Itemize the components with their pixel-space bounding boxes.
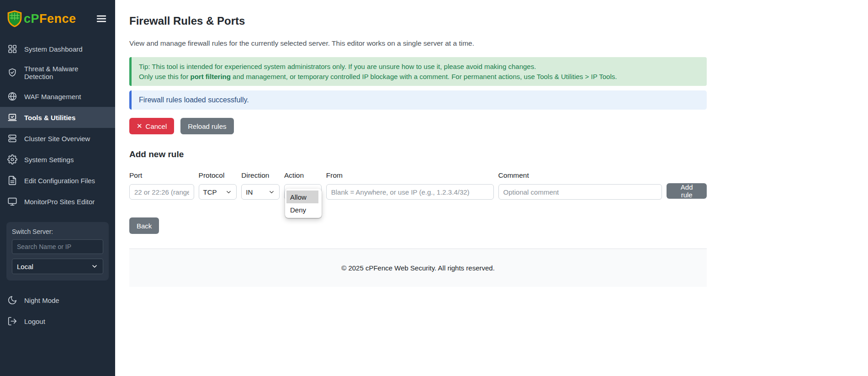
sidebar-item-edit-configuration-files[interactable]: Edit Configuration Files: [0, 170, 115, 191]
port-field-group: Port: [129, 171, 194, 200]
from-label: From: [326, 171, 494, 180]
add-rule-button[interactable]: Add rule: [667, 183, 707, 199]
add-new-rule-heading: Add new rule: [129, 149, 707, 159]
dropdown-option-deny[interactable]: Deny: [286, 203, 320, 216]
server-select[interactable]: Local: [12, 259, 103, 274]
chevron-down-icon: [225, 189, 232, 196]
gear-icon: [7, 154, 17, 164]
copyright-text: © 2025 cPFence Web Security. All rights …: [341, 264, 495, 272]
shield-check-icon: [7, 68, 17, 78]
sidebar-item-cluster-site-overview[interactable]: Cluster Site Overview: [0, 128, 115, 149]
comment-field-group: Comment: [498, 171, 662, 200]
sidebar-item-monitorpro-sites-editor[interactable]: MonitorPro Sites Editor: [0, 191, 115, 212]
logout-icon: [7, 316, 17, 326]
port-input[interactable]: [129, 184, 194, 200]
night-mode-toggle[interactable]: Night Mode: [0, 290, 115, 311]
sidebar-item-system-dashboard[interactable]: System Dashboard: [0, 38, 115, 59]
port-label: Port: [129, 171, 194, 180]
close-icon: ✕: [137, 122, 143, 130]
dashboard-grid-icon: [7, 44, 17, 54]
globe-icon: [7, 91, 17, 101]
action-field-group: Action Allow Allow Deny: [284, 171, 322, 200]
from-field-group: From: [326, 171, 494, 200]
menu-toggle-icon[interactable]: [96, 13, 107, 24]
tip-line-1: Tip: This tool is intended for experienc…: [139, 62, 699, 72]
protocol-select-value: TCP: [203, 188, 217, 196]
tip-alert: Tip: This tool is intended for experienc…: [129, 57, 707, 86]
chevron-down-icon: [91, 263, 98, 270]
action-buttons-row: ✕Cancel Reload rules: [129, 118, 707, 134]
page-title: Firewall Rules & Ports: [129, 15, 707, 27]
sidebar-item-label: System Dashboard: [24, 45, 83, 53]
logo[interactable]: cPFence: [6, 10, 76, 27]
logo-text: cPFence: [24, 12, 76, 26]
sidebar-header: cPFence: [0, 0, 115, 34]
shield-logo-icon: [6, 10, 23, 27]
footer: © 2025 cPFence Web Security. All rights …: [129, 249, 707, 287]
reload-rules-button[interactable]: Reload rules: [180, 118, 233, 134]
status-message: Firewall rules loaded successfully.: [139, 96, 249, 104]
from-input[interactable]: [326, 184, 494, 200]
logout-button[interactable]: Logout: [0, 311, 115, 332]
add-rule-button-col: Add rule: [667, 171, 707, 199]
protocol-label: Protocol: [199, 171, 237, 180]
direction-select[interactable]: IN: [241, 184, 280, 200]
sidebar-item-tools-utilities[interactable]: Tools & Utilities: [0, 107, 115, 128]
comment-label: Comment: [498, 171, 662, 180]
sidebar-item-label: Edit Configuration Files: [24, 177, 95, 185]
sidebar-item-label: Logout: [24, 318, 45, 325]
action-label: Action: [284, 171, 322, 180]
tip-line-2: Only use this for port filtering and man…: [139, 72, 699, 82]
sidebar-item-label: Night Mode: [24, 297, 59, 304]
direction-label: Direction: [241, 171, 280, 180]
sidebar-item-threat-malware-detection[interactable]: Threat & Malware Detection: [0, 59, 115, 86]
laptop-check-icon: [7, 112, 17, 122]
switch-server-panel: Switch Server: Local: [6, 222, 109, 281]
sidebar-item-label: Threat & Malware Detection: [24, 65, 108, 80]
sidebar-item-label: WAF Management: [24, 93, 81, 101]
chevron-down-icon: [268, 189, 275, 196]
sidebar-item-label: System Settings: [24, 156, 74, 164]
switch-server-label: Switch Server:: [12, 228, 103, 235]
protocol-field-group: Protocol TCP: [199, 171, 237, 200]
server-search-input[interactable]: [12, 239, 103, 254]
sidebar-item-label: Tools & Utilities: [24, 114, 75, 122]
main-content: Firewall Rules & Ports View and manage f…: [115, 0, 868, 376]
add-rule-form: Port Protocol TCP Direction IN Action: [129, 171, 707, 200]
file-text-icon: [7, 175, 17, 185]
protocol-select[interactable]: TCP: [199, 184, 237, 200]
direction-select-value: IN: [246, 188, 253, 196]
server-stack-icon: [7, 133, 17, 143]
sidebar: cPFence System Dashboard Threat & Malwar…: [0, 0, 115, 376]
back-button[interactable]: Back: [129, 217, 159, 234]
back-button-row: Back: [129, 217, 707, 234]
status-alert: Firewall rules loaded successfully.: [129, 90, 707, 110]
moon-icon: [7, 295, 17, 305]
cancel-button[interactable]: ✕Cancel: [129, 118, 174, 134]
direction-field-group: Direction IN: [241, 171, 280, 200]
dropdown-option-allow[interactable]: Allow: [286, 191, 318, 203]
monitor-icon: [7, 196, 17, 207]
sidebar-bottom-nav: Night Mode Logout: [0, 290, 115, 332]
sidebar-item-waf-management[interactable]: WAF Management: [0, 86, 115, 107]
sidebar-nav: System Dashboard Threat & Malware Detect…: [0, 38, 115, 212]
sidebar-item-label: MonitorPro Sites Editor: [24, 198, 95, 206]
action-dropdown-menu: Allow Deny: [285, 189, 322, 218]
server-select-value: Local: [17, 263, 33, 270]
page-subtitle: View and manage firewall rules for the c…: [129, 39, 707, 48]
sidebar-item-system-settings[interactable]: System Settings: [0, 149, 115, 170]
comment-input[interactable]: [498, 184, 662, 200]
sidebar-item-label: Cluster Site Overview: [24, 135, 90, 143]
